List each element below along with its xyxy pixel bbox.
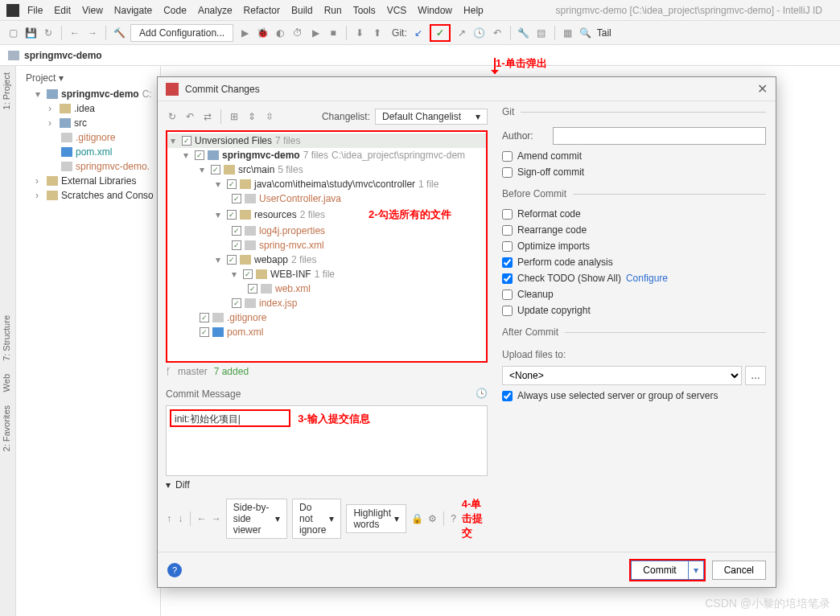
main-toolbar: ▢ 💾 ↻ ← → 🔨 Add Configuration... ▶ 🐞 ◐ ⏱… bbox=[0, 21, 840, 45]
tab-favorites[interactable]: 2: Favorites bbox=[0, 399, 13, 458]
save-icon[interactable]: 💾 bbox=[24, 27, 37, 39]
always-checkbox[interactable] bbox=[502, 391, 513, 401]
after-commit-label: After Commit bbox=[502, 326, 558, 338]
lib-icon bbox=[47, 176, 58, 186]
build-icon[interactable]: 🔨 bbox=[113, 27, 126, 39]
close-icon[interactable]: ✕ bbox=[757, 81, 768, 97]
lock-icon[interactable]: 🔒 bbox=[411, 512, 423, 525]
run2-icon[interactable]: ▶ bbox=[309, 27, 322, 39]
menu-build[interactable]: Build bbox=[291, 5, 313, 16]
copyright-checkbox[interactable] bbox=[502, 306, 513, 316]
collapse-icon[interactable]: ⇳ bbox=[263, 110, 276, 123]
history-icon[interactable]: 🕓 bbox=[473, 27, 486, 39]
rollback-icon[interactable]: ↶ bbox=[183, 110, 196, 123]
menu-analyze[interactable]: Analyze bbox=[198, 5, 233, 16]
menu-edit[interactable]: Edit bbox=[54, 5, 71, 16]
fwd-icon[interactable]: → bbox=[212, 512, 221, 525]
run-config-combo[interactable]: Add Configuration... bbox=[130, 24, 233, 42]
folder-icon bbox=[240, 210, 251, 220]
viewer-combo[interactable]: Side-by-side viewer▾ bbox=[226, 499, 287, 539]
annotation-1: 1-单击弹出 bbox=[496, 56, 547, 71]
project-root[interactable]: ▾springmvc-demo C: bbox=[16, 87, 160, 101]
history-icon[interactable]: 🕓 bbox=[476, 388, 488, 399]
commit-split-arrow[interactable]: ▾ bbox=[689, 561, 704, 580]
project-panel-header[interactable]: Project▾ bbox=[16, 69, 160, 87]
vcs2-icon[interactable]: ⬆ bbox=[371, 27, 384, 39]
xml-file-icon bbox=[245, 240, 256, 250]
upload-select[interactable]: <None> bbox=[502, 366, 742, 385]
grid-icon[interactable]: ▦ bbox=[562, 27, 574, 39]
group-icon[interactable]: ⊞ bbox=[228, 110, 241, 123]
wrench-icon[interactable]: 🔧 bbox=[517, 27, 530, 39]
git-section-label: Git bbox=[502, 106, 514, 117]
breadcrumb-root[interactable]: springmvc-demo bbox=[24, 50, 102, 61]
profile-icon[interactable]: ⏱ bbox=[291, 27, 304, 39]
up-icon[interactable]: ↑ bbox=[166, 512, 172, 525]
menu-help[interactable]: Help bbox=[463, 5, 484, 16]
tab-project[interactable]: 1: Project bbox=[0, 66, 13, 116]
amend-checkbox[interactable] bbox=[502, 151, 513, 162]
update-icon[interactable]: ↙ bbox=[412, 27, 425, 39]
commit-dialog: Commit Changes ✕ ↻ ↶ ⇄ ⊞ ⇕ ⇳ Changelist:… bbox=[157, 76, 776, 588]
changelist-combo[interactable]: Default Changelist▾ bbox=[375, 109, 488, 125]
app-logo-icon bbox=[6, 4, 19, 17]
debug-icon[interactable]: 🐞 bbox=[256, 27, 269, 39]
todo-checkbox[interactable] bbox=[502, 273, 513, 284]
run-icon[interactable]: ▶ bbox=[238, 27, 251, 39]
sync-icon[interactable]: ↻ bbox=[42, 27, 55, 39]
search-icon[interactable]: 🔍 bbox=[579, 27, 592, 39]
configure-link[interactable]: Configure bbox=[626, 273, 668, 284]
expand-icon[interactable]: ⇕ bbox=[245, 110, 258, 123]
stop-icon[interactable]: ■ bbox=[327, 27, 340, 39]
forward-icon[interactable]: → bbox=[86, 27, 99, 39]
menu-refactor[interactable]: Refactor bbox=[244, 5, 280, 16]
changes-tree[interactable]: ▾Unversioned Files 7 files ▾springmvc-de… bbox=[166, 130, 488, 363]
menu-navigate[interactable]: Navigate bbox=[114, 5, 152, 16]
optimize-checkbox[interactable] bbox=[502, 241, 513, 252]
checkbox[interactable] bbox=[182, 136, 191, 146]
cancel-button[interactable]: Cancel bbox=[712, 561, 766, 580]
vcs1-icon[interactable]: ⬇ bbox=[353, 27, 366, 39]
commit-button[interactable]: Commit bbox=[631, 561, 688, 580]
reformat-checkbox[interactable] bbox=[502, 209, 513, 220]
menu-run[interactable]: Run bbox=[324, 5, 342, 16]
menu-vcs[interactable]: VCS bbox=[387, 5, 407, 16]
menu-view[interactable]: View bbox=[82, 5, 103, 16]
file-icon bbox=[212, 313, 224, 322]
menu-file[interactable]: File bbox=[27, 5, 43, 16]
commit-message-input[interactable]: init:初始化项目| bbox=[170, 409, 290, 427]
commit-message-area[interactable]: init:初始化项目| 3-输入提交信息 bbox=[166, 405, 488, 476]
diff-icon[interactable]: ⇄ bbox=[201, 110, 214, 123]
menu-window[interactable]: Window bbox=[418, 5, 452, 16]
structure-icon[interactable]: ▤ bbox=[535, 27, 548, 39]
signoff-checkbox[interactable] bbox=[502, 167, 513, 178]
ignore-combo[interactable]: Do not ignore▾ bbox=[292, 499, 341, 539]
browse-button[interactable]: … bbox=[745, 366, 766, 385]
menu-tools[interactable]: Tools bbox=[353, 5, 376, 16]
compare-icon[interactable]: ↗ bbox=[455, 27, 468, 39]
coverage-icon[interactable]: ◐ bbox=[274, 27, 286, 39]
maven-icon bbox=[212, 327, 224, 337]
cleanup-checkbox[interactable] bbox=[502, 290, 513, 300]
back-icon[interactable]: ← bbox=[68, 27, 81, 39]
author-input[interactable] bbox=[553, 127, 766, 145]
menu-code[interactable]: Code bbox=[163, 5, 187, 16]
open-icon[interactable]: ▢ bbox=[6, 27, 19, 39]
back-icon[interactable]: ← bbox=[197, 512, 207, 525]
gear-icon[interactable]: ⚙ bbox=[428, 512, 437, 525]
tab-web[interactable]: Web bbox=[0, 368, 13, 398]
branch-icon: ᚶ bbox=[166, 366, 171, 377]
help-icon[interactable]: ? bbox=[451, 512, 457, 525]
down-icon[interactable]: ↓ bbox=[177, 512, 183, 525]
help-button[interactable]: ? bbox=[167, 563, 182, 577]
commit-icon[interactable]: ✓ bbox=[430, 24, 451, 42]
revert-icon[interactable]: ↶ bbox=[491, 27, 504, 39]
dialog-titlebar: Commit Changes ✕ bbox=[158, 77, 776, 101]
refresh-icon[interactable]: ↻ bbox=[166, 110, 179, 123]
tab-structure[interactable]: 7: Structure bbox=[0, 309, 13, 368]
analysis-checkbox[interactable] bbox=[502, 257, 513, 268]
rearrange-checkbox[interactable] bbox=[502, 225, 513, 236]
diff-label: Diff bbox=[175, 479, 190, 491]
tail-label: Tail bbox=[597, 27, 611, 39]
highlight-combo[interactable]: Highlight words▾ bbox=[346, 504, 406, 533]
